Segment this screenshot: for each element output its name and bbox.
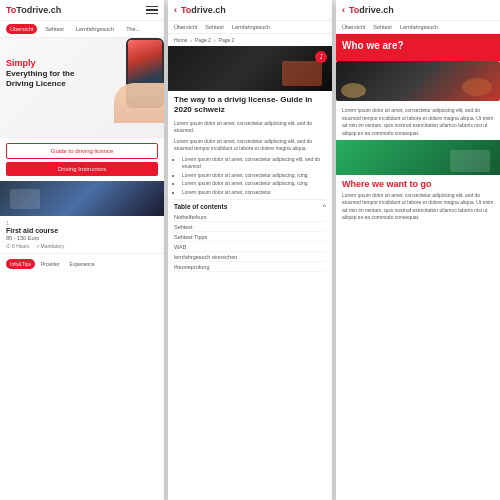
- course-title: First aid course: [6, 227, 158, 234]
- hours-text: 8 Hours: [12, 243, 30, 249]
- hero-simply: Simply: [6, 58, 74, 69]
- nav-item-sehtest[interactable]: Sehtest: [41, 24, 68, 34]
- toc-item-2[interactable]: Sehtest Tipps: [174, 232, 326, 242]
- screen2-header: ‹ Todrive.ch: [168, 0, 332, 21]
- article-body1: Lorem ipsum dolor sit amet, consectetur …: [174, 120, 326, 135]
- screen2-nav: Übersicht Sehtest Lernfahrgesuch: [168, 21, 332, 34]
- hamburger-line-2: [146, 9, 158, 11]
- hamburger-line-1: [146, 6, 158, 8]
- screen-3: ‹ Todrive.ch Übersicht Sehtest Lernfahrg…: [336, 0, 500, 500]
- article-content: The way to a drivig license- Guide in 20…: [168, 91, 332, 276]
- hero-everything: Everything for the Driving Licence: [6, 69, 74, 90]
- s2-nav-ubersicht[interactable]: Übersicht: [174, 24, 197, 30]
- screen1-nav: Übersicht Sehtest Lernfahrgesuch The...: [0, 21, 164, 38]
- screen2-logo: Todrive.ch: [181, 5, 226, 15]
- toc-item-5[interactable]: theorieprüfung: [174, 262, 326, 272]
- who-body: Lorem ipsum dolor sit amet, consectetur …: [336, 104, 500, 140]
- logo-accent-2: To: [181, 5, 191, 15]
- s2-nav-sehtest[interactable]: Sehtest: [205, 24, 224, 30]
- where-body: Lorem ipsum dolor sit amet, consectetur …: [342, 192, 494, 222]
- toc-chevron: ^: [323, 203, 326, 210]
- logo-accent-3: To: [349, 5, 359, 15]
- course-meta: ⏱ 8 Hours ✓ Mandatory: [6, 243, 158, 249]
- breadcrumb-sep2: ›: [214, 37, 216, 43]
- course-card: 1. First aid course 85 - 130 Euro ⏱ 8 Ho…: [0, 216, 164, 254]
- back-button[interactable]: ‹: [174, 5, 177, 15]
- breadcrumb-home[interactable]: Home: [174, 37, 187, 43]
- list-item-4: Lorem ipsum dolor sit amet, consectetur: [182, 189, 326, 197]
- course-number: 1.: [6, 220, 158, 226]
- toc-header[interactable]: Table of contents ^: [174, 203, 326, 210]
- hero-text: Simply Everything for the Driving Licenc…: [6, 58, 74, 90]
- toc-item-1[interactable]: Sehtest: [174, 222, 326, 232]
- breadcrumb-page2b[interactable]: Page 2: [219, 37, 235, 43]
- breadcrumb-page2a[interactable]: Page 2: [195, 37, 211, 43]
- article-title: The way to a drivig license- Guide in 20…: [174, 95, 326, 116]
- logo-text: Todrive.ch: [16, 5, 61, 15]
- logo-accent: To: [6, 5, 16, 15]
- course-image: [0, 181, 164, 216]
- hamburger-line-3: [146, 13, 158, 15]
- breadcrumb: Home › Page 2 › Page 2: [168, 34, 332, 46]
- toc-item-4[interactable]: lernfahrgesuch einreichen: [174, 252, 326, 262]
- toc-title: Table of contents: [174, 203, 227, 210]
- nav-item-ubersicht[interactable]: Übersicht: [6, 24, 37, 34]
- screen3-header: ‹ Todrive.ch: [336, 0, 500, 21]
- s3-nav-ubersicht[interactable]: Übersicht: [342, 24, 365, 30]
- screen3-nav: Übersicht Sehtest Lernfahrgesuch: [336, 21, 500, 34]
- article-image: ⤴: [168, 46, 332, 91]
- course-mandatory: ✓ Mandatory: [36, 243, 65, 249]
- hero-line1: Everything for the: [6, 69, 74, 79]
- where-section: Where we want to go Lorem ipsum dolor si…: [336, 175, 500, 226]
- logo-text-2: drive.ch: [191, 5, 226, 15]
- breadcrumb-sep1: ›: [190, 37, 192, 43]
- phone-hand: [114, 83, 164, 123]
- s2-nav-lernfahrgesuch[interactable]: Lernfahrgesuch: [232, 24, 270, 30]
- list-item-1: Lorem ipsum dolor sit amet, consectetur …: [182, 156, 326, 171]
- nav-item-more[interactable]: The...: [122, 24, 144, 34]
- tab-provider[interactable]: Provider: [37, 259, 64, 269]
- screen1-logo: ToTodrive.ch: [6, 5, 61, 15]
- hamburger-menu[interactable]: [146, 6, 158, 15]
- list-item-2: Lorem ipsum dolor sit amet, consectetur …: [182, 172, 326, 180]
- toc-item-0[interactable]: Nothelferkurs: [174, 212, 326, 222]
- s3-nav-lernfahrgesuch[interactable]: Lernfahrgesuch: [400, 24, 438, 30]
- share-button[interactable]: ⤴: [315, 51, 327, 63]
- team-image: [336, 140, 500, 175]
- where-title: Where we want to go: [342, 179, 494, 190]
- who-image: [336, 61, 500, 101]
- screen1-buttons: Guide to driving licence Driving Instruc…: [0, 138, 164, 181]
- screen-2: ‹ Todrive.ch Übersicht Sehtest Lernfahrg…: [168, 0, 332, 500]
- toc-items: Nothelferkurs Sehtest Sehtest Tipps WAB …: [174, 212, 326, 272]
- guide-button[interactable]: Guide to driving licence: [6, 143, 158, 159]
- s3-back-button[interactable]: ‹: [342, 5, 345, 15]
- screens-container: ToTodrive.ch Übersicht Sehtest Lernfahrg…: [0, 0, 500, 500]
- toc-item-3[interactable]: WAB: [174, 242, 326, 252]
- screen1-header: ToTodrive.ch: [0, 0, 164, 21]
- course-tabs: Info&Tips Provider Experience: [0, 256, 164, 272]
- nav-item-lernfahrgesuch[interactable]: Lernfahrgesuch: [72, 24, 118, 34]
- screen3-logo: Todrive.ch: [349, 5, 394, 15]
- instructors-button[interactable]: Driving Instructors: [6, 162, 158, 176]
- phone-mockup: [109, 38, 164, 123]
- article-list: Lorem ipsum dolor sit amet, consectetur …: [174, 156, 326, 197]
- hero-line2: Driving Licence: [6, 79, 74, 89]
- screen1-hero: Simply Everything for the Driving Licenc…: [0, 38, 164, 138]
- article-body2: Lorem ipsum dolor sit amet, consectetur …: [174, 138, 326, 153]
- course-hours: ⏱ 8 Hours: [6, 243, 30, 249]
- s3-nav-sehtest[interactable]: Sehtest: [373, 24, 392, 30]
- course-price: 85 - 130 Euro: [6, 235, 158, 241]
- tab-experience[interactable]: Experience: [66, 259, 99, 269]
- logo-text-3: drive.ch: [359, 5, 394, 15]
- list-item-3: Lorem ipsum dolor sit amet, consectetur …: [182, 180, 326, 188]
- tab-infotips[interactable]: Info&Tips: [6, 259, 35, 269]
- who-image-overlay: [462, 78, 492, 96]
- who-title: Who we are?: [342, 40, 494, 52]
- screen-1: ToTodrive.ch Übersicht Sehtest Lernfahrg…: [0, 0, 164, 500]
- mandatory-text: Mandatory: [41, 243, 65, 249]
- table-of-contents: Table of contents ^ Nothelferkurs Sehtes…: [174, 199, 326, 272]
- who-we-are-section: Who we are?: [336, 34, 500, 61]
